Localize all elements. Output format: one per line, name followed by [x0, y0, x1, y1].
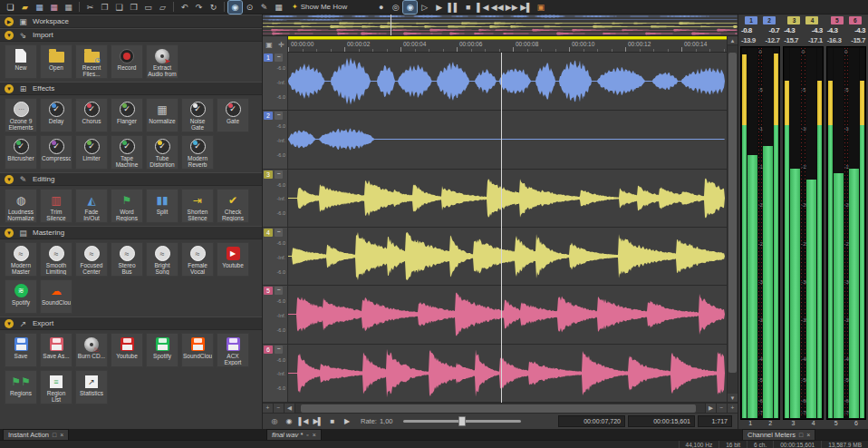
chevron-down-icon[interactable]: ▼ — [5, 84, 14, 93]
record-icon[interactable]: ◉ — [283, 415, 294, 427]
channel-minimize-button[interactable]: − — [275, 287, 283, 295]
tile-tube-distortion[interactable]: ✓Tube Distortion — [146, 135, 178, 170]
tile-delay[interactable]: ✓Delay — [40, 98, 72, 132]
new-file-icon[interactable]: ❏ — [4, 1, 17, 14]
close-icon[interactable]: × — [313, 432, 316, 438]
tile-check-regions-names[interactable]: ✔Check Regions names — [217, 189, 249, 223]
zoom-ratio-field[interactable]: 1:717 — [698, 415, 732, 427]
tile-modern-master[interactable]: ≈Modern Master — [5, 242, 37, 277]
loop-playback-icon[interactable]: ◎ — [268, 415, 280, 427]
tile-split[interactable]: ▮▮Split — [146, 189, 178, 223]
channel-number-badge[interactable]: 1 — [264, 54, 273, 62]
render-as-icon[interactable]: ▦ — [62, 1, 75, 14]
tile-limiter[interactable]: ✓Limiter — [75, 135, 108, 170]
section-header-workspace[interactable]: ▶▣Workspace — [0, 15, 262, 28]
channel-header-5[interactable]: 5−-6.0-Inf.-6.0 — [263, 286, 287, 344]
cursor-time-field[interactable]: 00:00:07,720 — [558, 415, 625, 427]
waveform-channel-5[interactable] — [288, 286, 727, 344]
tile-smooth-limiting[interactable]: ≈Smooth Limiting — [40, 242, 72, 277]
go-to-end-icon[interactable]: ▶▌ — [312, 415, 323, 427]
waveform-channel-6[interactable] — [288, 345, 727, 403]
event-tool-icon[interactable]: ▦ — [272, 1, 285, 14]
go-to-end-icon[interactable]: ▶▌ — [519, 1, 533, 14]
scroll-button[interactable]: − — [716, 404, 727, 413]
channel-number-badge[interactable]: 2 — [264, 112, 273, 120]
tile-shorten-silence[interactable]: ⇥Shorten Silence — [181, 189, 214, 223]
edit-tool-icon[interactable]: ◉ — [228, 1, 242, 14]
tile-gate[interactable]: ✓Gate — [217, 98, 249, 132]
undo-icon[interactable]: ↶ — [178, 1, 191, 14]
tile-noise-gate[interactable]: ✓Noise Gate — [181, 98, 214, 132]
record-icon[interactable]: ● — [374, 1, 388, 14]
channel-number-badge[interactable]: 3 — [264, 170, 273, 179]
loop-playback-icon[interactable]: ◎ — [389, 1, 402, 14]
save-as-icon[interactable]: ▦ — [47, 1, 61, 14]
tile-youtube[interactable]: ▶Youtube — [217, 242, 249, 277]
close-icon[interactable]: × — [60, 432, 63, 438]
chevron-down-icon[interactable]: ▼ — [5, 229, 14, 238]
close-icon[interactable]: × — [806, 432, 810, 438]
channel-minimize-button[interactable]: − — [275, 346, 283, 354]
restore-icon[interactable]: ▫ — [306, 432, 308, 438]
tile-normalize[interactable]: ▦Normalize — [146, 98, 178, 132]
tile-burn-cd[interactable]: ♨Burn CD... — [75, 333, 108, 367]
channel-minimize-button[interactable]: − — [275, 112, 283, 120]
waveform[interactable] — [288, 286, 725, 343]
mix-icon[interactable]: ❒ — [127, 1, 140, 14]
tile-new[interactable]: New — [5, 44, 37, 79]
chevron-down-icon[interactable]: ▼ — [5, 31, 14, 40]
channel-header-3[interactable]: 3−-6.0-Inf.-6.0 — [263, 170, 287, 228]
tile-ozone-9-elements[interactable]: ⋯Ozone 9 Elements — [5, 98, 37, 132]
tile-trim-silence[interactable]: ▥Trim Silence — [40, 189, 72, 223]
go-to-start-icon[interactable]: ▌◀ — [476, 1, 489, 14]
channel-header-4[interactable]: 4−-6.0-Inf.-6.0 — [263, 228, 287, 286]
scroll-button[interactable]: + — [263, 404, 274, 413]
tile-bitcrusher[interactable]: ✓Bitcrusher — [5, 135, 37, 170]
forward-icon[interactable]: ▶▶ — [505, 1, 518, 14]
channel-number-badge[interactable]: 5 — [264, 287, 273, 295]
pencil-tool-icon[interactable]: ✎ — [257, 1, 271, 14]
magnify-tool-icon[interactable]: ⊙ — [243, 1, 256, 14]
paste-icon[interactable]: ❑ — [112, 1, 126, 14]
section-header-editing[interactable]: ▼✎Editing — [0, 172, 262, 186]
waveform[interactable] — [288, 170, 725, 227]
waveform-channel-1[interactable] — [288, 53, 727, 111]
rate-slider-knob[interactable] — [458, 416, 466, 426]
tile-spotify[interactable]: Spotify — [146, 333, 178, 367]
cut-icon[interactable]: ✂ — [83, 1, 97, 14]
chevron-right-icon[interactable]: ▶ — [5, 17, 14, 26]
scroll-button[interactable]: ▶ — [705, 404, 716, 413]
tab-document-final-wav[interactable]: final wav * ▫ × — [266, 429, 322, 440]
stop-icon[interactable]: ■ — [326, 415, 338, 427]
go-to-start-icon[interactable]: ▌◀ — [297, 415, 309, 427]
tile-save-as[interactable]: Save As... — [40, 333, 72, 367]
tile-youtube[interactable]: Youtube — [111, 333, 143, 367]
channel-number-badge[interactable]: 4 — [264, 229, 273, 237]
copy-icon[interactable]: ❐ — [98, 1, 111, 14]
tile-fade-in-out[interactable]: ◭Fade In/Out — [75, 189, 108, 223]
crop-icon[interactable]: ▱ — [156, 1, 169, 14]
remote-record-icon[interactable]: ▣ — [534, 1, 547, 14]
tile-soundcloud[interactable]: ☁SoundCloud — [40, 279, 72, 314]
metronome-icon[interactable]: ◉ — [403, 1, 417, 14]
section-header-export[interactable]: ▼↗Export — [0, 317, 262, 330]
waveform-overview[interactable] — [263, 15, 738, 36]
tile-acx-export[interactable]: ACX Export — [217, 333, 249, 367]
tab-instant-action[interactable]: Instant Action □ × — [3, 429, 69, 440]
tab-channel-meters[interactable]: Channel Meters □ × — [742, 429, 815, 440]
section-header-effects[interactable]: ▼⊞Effects — [0, 82, 262, 95]
tile-save[interactable]: Save — [5, 333, 37, 367]
repeat-icon[interactable]: ↻ — [207, 1, 220, 14]
waveform[interactable] — [288, 228, 725, 285]
tile-extract-audio-from-cd[interactable]: ➤Extract Audio from CD... — [146, 44, 178, 79]
vertical-scrollbar[interactable]: ▲ ▼ — [727, 36, 738, 403]
tile-focused-center[interactable]: ≈Focused Center — [75, 242, 108, 277]
tile-chorus[interactable]: ✓Chorus — [75, 98, 108, 132]
tile-open[interactable]: Open — [40, 44, 72, 79]
tile-loudness-normalize[interactable]: ◍Loudness Normalize — [5, 189, 37, 223]
channel-minimize-button[interactable]: − — [275, 170, 283, 179]
time-ruler[interactable]: 00:00:0000:00:0200:00:0400:00:0600:00:08… — [288, 40, 727, 53]
tile-soundcloud[interactable]: SoundCloud — [181, 333, 214, 367]
channel-minimize-button[interactable]: − — [275, 54, 283, 62]
tile-region-list[interactable]: ≡Region List — [40, 370, 72, 404]
